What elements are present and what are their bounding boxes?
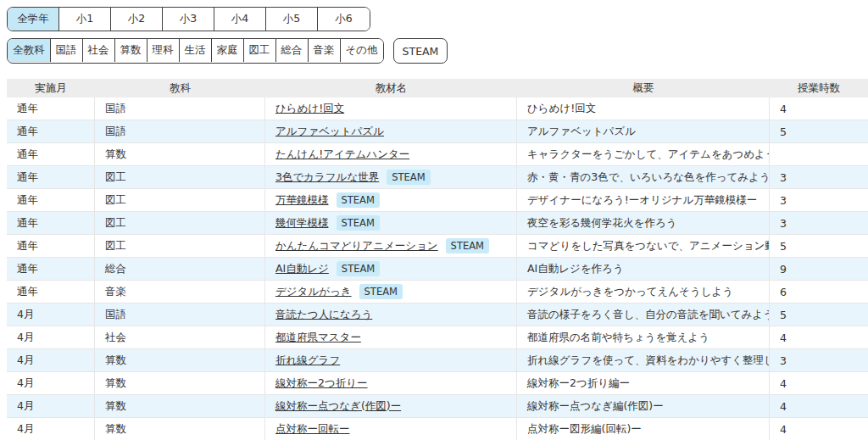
subject-tab-10[interactable]: その他 xyxy=(341,39,383,62)
summary-cell: キャラクターをうごかして、アイテムをあつめよう xyxy=(517,143,770,165)
month-cell: 4月 xyxy=(7,326,95,348)
steam-badge: STEAM xyxy=(359,284,403,299)
material-link[interactable]: 点対称ー回転ー xyxy=(275,422,350,437)
steam-badge: STEAM xyxy=(337,261,380,276)
table-row: 通年図工3色でカラフルな世界STEAM赤・黄・青の3色で、いろいろな色を作ってみ… xyxy=(7,166,868,189)
month-cell: 4月 xyxy=(7,395,95,417)
material-link[interactable]: 3色でカラフルな世界 xyxy=(275,170,379,185)
table-row: 4月算数線対称ー点つなぎ(作図)ー線対称ー点つなぎ編(作図)ー4 xyxy=(7,395,868,418)
grade-tab-0[interactable]: 全学年 xyxy=(8,8,59,31)
table-row: 4月算数折れ線グラフ折れ線グラフを使って、資料をわかりやすく整理しよう3 xyxy=(7,349,868,372)
material-cell: 3色でカラフルな世界STEAM xyxy=(265,166,517,188)
material-cell: アルファベットパズル xyxy=(265,120,517,142)
hours-cell: 4 xyxy=(770,372,868,394)
subject-tab-9[interactable]: 音楽 xyxy=(309,39,341,62)
material-link[interactable]: 万華鏡模様 xyxy=(275,193,329,208)
grade-tab-6[interactable]: 小6 xyxy=(318,8,370,31)
hours-cell: 5 xyxy=(770,235,868,257)
subject-cell: 音楽 xyxy=(95,281,265,303)
grade-tab-1[interactable]: 小1 xyxy=(59,8,111,31)
material-cell: 幾何学模様STEAM xyxy=(265,212,517,234)
hours-cell: 4 xyxy=(770,97,868,120)
material-cell: AI自動レジSTEAM xyxy=(265,258,517,280)
grade-tab-4[interactable]: 小4 xyxy=(214,8,266,31)
subject-tab-8[interactable]: 総合 xyxy=(276,39,309,62)
material-link[interactable]: 線対称ー点つなぎ(作図)ー xyxy=(275,399,401,414)
subject-cell: 算数 xyxy=(95,143,265,165)
subject-cell: 国語 xyxy=(95,304,265,326)
month-cell: 4月 xyxy=(7,372,95,394)
subject-cell: 算数 xyxy=(95,395,265,417)
material-link[interactable]: 線対称ー2つ折りー xyxy=(275,376,368,391)
hours-cell: 4 xyxy=(770,395,868,417)
summary-cell: デジタルがっきをつかってえんそうしよう xyxy=(517,281,770,303)
material-cell: 万華鏡模様STEAM xyxy=(265,189,517,211)
material-link[interactable]: アルファベットパズル xyxy=(275,125,384,139)
grade-tab-2[interactable]: 小2 xyxy=(111,8,163,31)
table-row: 通年図工幾何学模様STEAM夜空を彩る幾何学花火を作ろう3 xyxy=(7,212,868,235)
month-cell: 4月 xyxy=(7,304,95,326)
month-cell: 通年 xyxy=(7,97,95,120)
table-header-row: 実施月教科教材名概要授業時数 xyxy=(7,79,868,97)
table-row: 通年総合AI自動レジSTEAMAI自動レジを作ろう9 xyxy=(7,258,868,281)
summary-cell: ひらめけ!回文 xyxy=(517,97,770,120)
subject-tab-0[interactable]: 全教科 xyxy=(8,39,51,62)
hours-cell xyxy=(770,143,868,165)
subject-tab-1[interactable]: 国語 xyxy=(51,39,83,62)
summary-cell: 音読の様子をろく音し、自分の音読を聞いてみよう xyxy=(517,304,770,326)
summary-cell: 線対称ー点つなぎ編(作図)ー xyxy=(517,395,770,417)
subject-tab-4[interactable]: 理科 xyxy=(147,39,180,62)
steam-badge: STEAM xyxy=(337,215,380,231)
material-cell: デジタルがっきSTEAM xyxy=(265,281,517,303)
hours-cell: 3 xyxy=(770,349,868,371)
hours-cell: 3 xyxy=(770,166,868,188)
material-link[interactable]: 音読たつ人になろう xyxy=(275,308,372,322)
hours-cell: 5 xyxy=(770,120,868,142)
subject-cell: 算数 xyxy=(95,418,265,440)
subject-cell: 図工 xyxy=(95,166,265,188)
material-link[interactable]: 折れ線グラフ xyxy=(275,354,340,368)
table-row: 4月算数線対称ー2つ折りー線対称ー2つ折り編ー4 xyxy=(7,372,868,395)
material-link[interactable]: 都道府県マスター xyxy=(275,331,361,345)
material-link[interactable]: かんたんコマどりアニメーション xyxy=(275,239,438,253)
table-row: 通年図工万華鏡模様STEAMデザイナーになろう!ーオリジナル万華鏡模様ー3 xyxy=(7,189,868,212)
steam-badge: STEAM xyxy=(387,170,430,185)
grade-tab-5[interactable]: 小5 xyxy=(266,8,318,31)
summary-cell: 夜空を彩る幾何学花火を作ろう xyxy=(517,212,770,234)
material-link[interactable]: 幾何学模様 xyxy=(275,216,329,231)
material-link[interactable]: たんけん!アイテムハンター xyxy=(275,148,409,162)
material-link[interactable]: ひらめけ!回文 xyxy=(275,102,344,116)
month-cell: 通年 xyxy=(7,120,95,142)
subject-cell: 図工 xyxy=(95,212,265,234)
subject-tab-5[interactable]: 生活 xyxy=(180,39,212,62)
subject-cell: 総合 xyxy=(95,258,265,280)
summary-cell: 都道府県の名前や特ちょうを覚えよう xyxy=(517,326,770,348)
material-link[interactable]: AI自動レジ xyxy=(275,262,329,276)
subject-cell: 国語 xyxy=(95,97,265,120)
steam-filter-button[interactable]: STEAM xyxy=(393,38,448,64)
column-header-3: 概要 xyxy=(517,81,770,96)
material-cell: 線対称ー点つなぎ(作図)ー xyxy=(265,395,517,417)
table-row: 4月社会都道府県マスター都道府県の名前や特ちょうを覚えよう4 xyxy=(7,326,868,349)
subject-tab-7[interactable]: 図工 xyxy=(244,39,276,62)
subject-cell: 図工 xyxy=(95,189,265,211)
month-cell: 通年 xyxy=(7,189,95,211)
table-row: 4月国語音読たつ人になろう音読の様子をろく音し、自分の音読を聞いてみよう5 xyxy=(7,304,868,326)
table-row: 4月算数点対称ー回転ー点対称ー図形編(回転)ー4 xyxy=(7,418,868,440)
material-link[interactable]: デジタルがっき xyxy=(275,285,352,299)
hours-cell: 3 xyxy=(770,212,868,234)
hours-cell: 4 xyxy=(770,326,868,348)
subject-tab-3[interactable]: 算数 xyxy=(115,39,147,62)
month-cell: 4月 xyxy=(7,349,95,371)
table-row: 通年算数たんけん!アイテムハンターキャラクターをうごかして、アイテムをあつめよう xyxy=(7,143,868,166)
hours-cell: 3 xyxy=(770,189,868,211)
hours-cell: 9 xyxy=(770,258,868,280)
hours-cell: 5 xyxy=(770,304,868,326)
subject-tab-2[interactable]: 社会 xyxy=(83,39,115,62)
grade-tab-3[interactable]: 小3 xyxy=(163,8,214,31)
subject-tab-6[interactable]: 家庭 xyxy=(212,39,244,62)
column-header-4: 授業時数 xyxy=(770,81,868,96)
column-header-1: 教科 xyxy=(95,81,265,96)
table-row: 通年音楽デジタルがっきSTEAMデジタルがっきをつかってえんそうしよう6 xyxy=(7,281,868,304)
subject-cell: 国語 xyxy=(95,120,265,142)
